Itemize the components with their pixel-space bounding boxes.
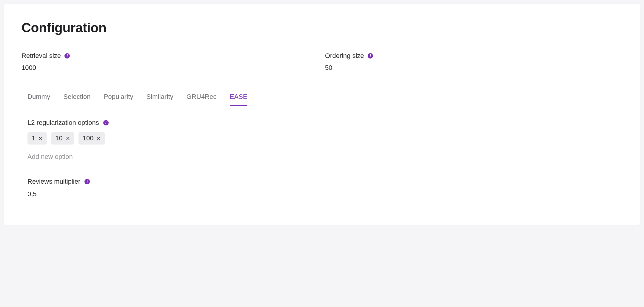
l2-chip: 10 bbox=[51, 132, 74, 145]
info-icon[interactable]: i bbox=[368, 53, 373, 59]
info-icon[interactable]: i bbox=[84, 179, 90, 184]
l2-chip: 100 bbox=[78, 132, 105, 145]
l2-label: L2 regularization options bbox=[27, 119, 99, 127]
l2-chip: 1 bbox=[27, 132, 47, 145]
chip-value: 1 bbox=[32, 134, 35, 142]
ordering-label-row: Ordering size i bbox=[325, 52, 623, 60]
l2-chips: 110100 bbox=[27, 132, 623, 145]
close-icon[interactable] bbox=[96, 136, 101, 141]
reviews-multiplier-label: Reviews multiplier bbox=[27, 178, 80, 185]
ordering-size-field: Ordering size i bbox=[325, 52, 623, 75]
chip-value: 10 bbox=[55, 134, 62, 142]
tabs-container: DummySelectionPopularitySimilarityGRU4Re… bbox=[27, 93, 623, 106]
tab-popularity[interactable]: Popularity bbox=[104, 93, 133, 106]
tab-selection[interactable]: Selection bbox=[63, 93, 90, 106]
ease-section: L2 regularization options i 110100 Revie… bbox=[27, 119, 623, 201]
tabs: DummySelectionPopularitySimilarityGRU4Re… bbox=[27, 93, 623, 106]
tab-ease[interactable]: EASE bbox=[230, 93, 247, 106]
chip-value: 100 bbox=[83, 134, 94, 142]
retrieval-label-row: Retrieval size i bbox=[21, 52, 319, 60]
ordering-size-input[interactable] bbox=[325, 62, 623, 75]
page-title: Configuration bbox=[21, 20, 623, 35]
retrieval-size-label: Retrieval size bbox=[21, 52, 61, 60]
close-icon[interactable] bbox=[38, 136, 43, 141]
tab-similarity[interactable]: Similarity bbox=[147, 93, 173, 106]
retrieval-size-field: Retrieval size i bbox=[21, 52, 319, 75]
info-icon[interactable]: i bbox=[64, 53, 70, 59]
tab-dummy[interactable]: Dummy bbox=[27, 93, 50, 106]
retrieval-size-input[interactable] bbox=[21, 62, 319, 75]
multiplier-header: Reviews multiplier i bbox=[27, 178, 623, 185]
l2-header: L2 regularization options i bbox=[27, 119, 623, 127]
top-fields-row: Retrieval size i Ordering size i bbox=[21, 52, 623, 75]
add-option-input[interactable] bbox=[27, 152, 105, 163]
reviews-multiplier-input[interactable] bbox=[27, 188, 617, 201]
ordering-size-label: Ordering size bbox=[325, 52, 364, 60]
info-icon[interactable]: i bbox=[103, 120, 109, 125]
close-icon[interactable] bbox=[66, 136, 70, 141]
tab-gru4rec[interactable]: GRU4Rec bbox=[187, 93, 217, 106]
configuration-card: Configuration Retrieval size i Ordering … bbox=[4, 4, 640, 225]
